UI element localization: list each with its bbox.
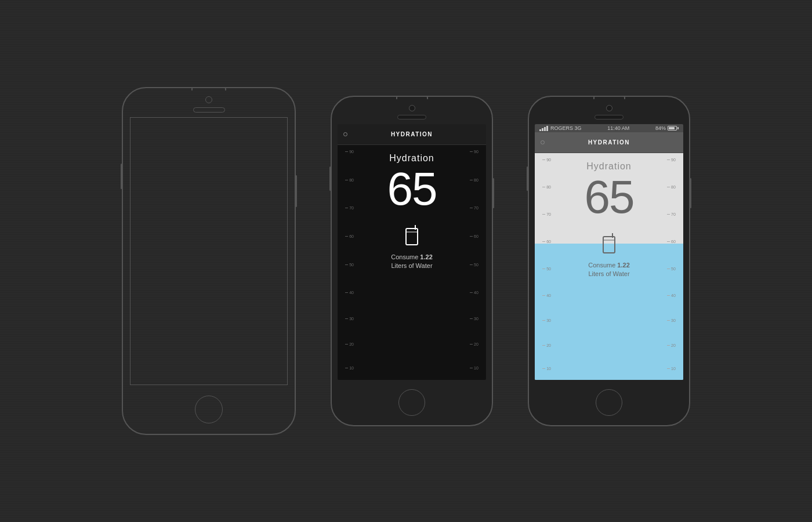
tick-70-left: 70 <box>345 206 354 210</box>
gauge-inner: Hydration 65 Consume 1.22 Liters of Wate… <box>354 145 470 380</box>
tick-bar <box>345 318 348 319</box>
nav-bar: HYDRATION <box>338 124 486 145</box>
phone-light-app: ROGERS 3G 11:40 AM 84% HYDRATION <box>528 96 690 426</box>
tick-bar <box>345 151 348 152</box>
tick-40-left: 40 <box>345 291 354 295</box>
status-left: ROGERS 3G <box>539 125 582 131</box>
tick-bar <box>667 345 670 346</box>
tick-bar <box>542 241 545 242</box>
app-screen-light: ROGERS 3G 11:40 AM 84% HYDRATION <box>535 124 683 380</box>
speaker <box>594 115 624 119</box>
tick-bar <box>542 345 545 346</box>
home-button[interactable] <box>596 389 622 416</box>
tick-bar <box>345 180 348 180</box>
phone-dark-app: HYDRATION 90 80 70 <box>331 96 493 426</box>
gauge-area-light: 90 80 70 60 <box>535 153 683 380</box>
glass-icon <box>403 224 421 249</box>
carrier-label: ROGERS 3G <box>550 125 582 131</box>
battery-body <box>668 126 677 130</box>
svg-rect-3 <box>603 237 615 253</box>
tick-bar <box>667 368 670 369</box>
camera <box>606 105 612 111</box>
tick-bar <box>345 264 348 265</box>
scale-right-light: 90 80 70 60 <box>667 153 683 380</box>
tick-20-right: 20 <box>667 343 676 347</box>
tick-50-right: 50 <box>470 263 478 267</box>
scale-left: 90 80 70 60 <box>338 145 354 380</box>
phone-bottom-section <box>123 390 295 434</box>
tick-bar <box>470 344 473 345</box>
glass-icon-light <box>600 232 618 258</box>
tick-bar <box>667 241 670 242</box>
hydration-heading: Hydration <box>389 153 434 164</box>
tick-bar <box>667 295 670 296</box>
phone-top-tab-2 <box>396 96 428 99</box>
tick-bar <box>470 236 473 237</box>
tick-bar <box>470 208 473 208</box>
tick-90-left: 90 <box>345 150 354 154</box>
tick-70-left: 70 <box>542 212 551 216</box>
tick-60-right: 60 <box>470 234 478 238</box>
battery-icon <box>668 126 679 130</box>
speaker <box>397 115 426 119</box>
tick-bar <box>667 214 670 215</box>
tick-80-right: 80 <box>667 185 676 189</box>
tick-60-left: 60 <box>542 240 551 244</box>
tick-bar <box>470 318 473 319</box>
scale-right: 90 80 70 60 <box>470 145 486 380</box>
tick-20-right: 20 <box>470 342 478 346</box>
tick-bar <box>470 368 473 368</box>
consume-text-light: Consume 1.22 Liters of Water <box>588 261 630 279</box>
tick-30-right: 30 <box>470 317 478 321</box>
signal-bars-icon <box>539 126 548 131</box>
tick-bar <box>542 320 545 321</box>
tick-bar <box>345 292 348 293</box>
tick-bar <box>667 269 670 269</box>
tick-50-right: 50 <box>667 267 676 271</box>
time-label: 11:40 AM <box>607 125 629 131</box>
tick-bar <box>470 292 473 293</box>
app-screen: HYDRATION 90 80 70 <box>338 124 486 380</box>
tick-bar <box>345 368 348 368</box>
tick-bar <box>345 236 348 237</box>
tick-10-left: 10 <box>542 367 551 371</box>
phone-wireframe <box>122 87 296 435</box>
tick-80-left: 80 <box>542 185 551 189</box>
tick-20-left: 20 <box>542 343 551 347</box>
phone-top-section <box>529 97 689 119</box>
tick-bar <box>667 320 670 321</box>
status-bar: ROGERS 3G 11:40 AM 84% <box>535 124 683 132</box>
speaker <box>193 107 225 113</box>
nav-title: HYDRATION <box>347 131 476 137</box>
tick-70-right: 70 <box>470 206 478 210</box>
hydration-heading: Hydration <box>586 161 631 172</box>
tick-30-left: 30 <box>345 317 354 321</box>
tick-bar <box>470 151 473 152</box>
tick-bar <box>470 264 473 265</box>
tick-10-right: 10 <box>470 366 478 370</box>
tick-70-right: 70 <box>667 212 676 216</box>
gauge-area: 90 80 70 60 <box>338 145 486 380</box>
tick-60-left: 60 <box>345 234 354 238</box>
tick-bar <box>542 187 545 187</box>
tick-bar <box>667 187 670 187</box>
nav-dot-icon <box>343 132 347 136</box>
home-button[interactable] <box>195 396 223 423</box>
phone-bottom-section <box>529 385 689 425</box>
app-content-light: ROGERS 3G 11:40 AM 84% HYDRATION <box>535 124 683 380</box>
tick-bar <box>345 344 348 345</box>
tick-10-left: 10 <box>345 366 354 370</box>
phone-top-section <box>332 97 492 119</box>
phone-bottom-section <box>332 385 492 425</box>
tick-bar <box>345 208 348 208</box>
camera <box>409 105 415 111</box>
tick-20-left: 20 <box>345 342 354 346</box>
home-button[interactable] <box>398 389 425 416</box>
tick-90-left: 90 <box>542 158 551 162</box>
gauge-inner-light: Hydration 65 Consume 1.22 Liters of Wate… <box>551 153 667 380</box>
scale-left-light: 90 80 70 60 <box>535 153 551 380</box>
phone-top-section <box>123 88 295 113</box>
tick-90-right: 90 <box>667 158 676 162</box>
tick-bar <box>542 295 545 296</box>
status-right: 84% <box>655 125 679 131</box>
